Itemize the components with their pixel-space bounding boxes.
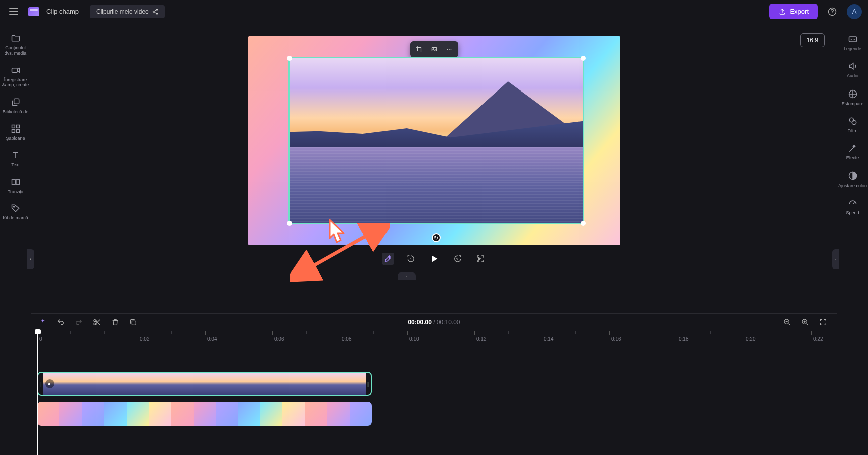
sparkle-icon — [39, 318, 47, 326]
fullscreen-button[interactable] — [474, 253, 487, 265]
timeline-ruler[interactable]: 00:020:040:060:080:100:120:140:160:180:2… — [31, 331, 837, 344]
zoom-out-button[interactable] — [782, 317, 793, 328]
image-icon — [431, 46, 438, 53]
resize-handle-tl[interactable] — [287, 56, 292, 61]
scissors-icon — [93, 318, 101, 326]
folder-icon — [11, 33, 21, 43]
grid-icon — [11, 124, 21, 134]
sidebar-item-text[interactable]: Text — [2, 146, 30, 172]
sidebar-item-library[interactable]: Bibliotecă de — [2, 93, 30, 119]
time-display: 00:00.00 / 00:10.00 — [408, 319, 460, 326]
chevron-down-icon — [404, 274, 409, 278]
filters-icon — [848, 116, 858, 126]
timeline-tracks[interactable] — [31, 344, 837, 455]
fit-button[interactable] — [427, 43, 441, 55]
forward-button[interactable]: 5 — [451, 253, 463, 265]
svg-rect-6 — [12, 125, 15, 128]
menu-button[interactable] — [6, 5, 21, 18]
svg-rect-4 — [12, 68, 17, 72]
aspect-ratio-button[interactable]: 16:9 — [800, 33, 825, 47]
help-button[interactable] — [825, 4, 840, 19]
rightbar-item-audio[interactable]: Audio — [838, 57, 867, 82]
ruler-tick-label: 0 — [39, 336, 42, 342]
project-title-input[interactable]: Clipurile mele video — [90, 5, 165, 18]
rightbar-item-effects[interactable]: Efecte — [838, 139, 867, 164]
more-options-button[interactable] — [442, 43, 456, 55]
resize-handle-br[interactable] — [581, 221, 586, 226]
duplicate-button[interactable] — [128, 317, 139, 328]
sidebar-item-transitions[interactable]: Tranziții — [2, 173, 30, 199]
timeline-clip-background[interactable] — [37, 402, 372, 426]
export-button[interactable]: Export — [769, 4, 818, 19]
sidebar-item-record[interactable]: Înregistrare &amp; create — [2, 61, 30, 93]
svg-point-28 — [849, 118, 853, 122]
ruler-tick-label: 0:22 — [813, 336, 823, 342]
fullscreen-icon — [476, 254, 485, 263]
play-button[interactable] — [428, 253, 440, 265]
resize-handle-tr[interactable] — [581, 56, 586, 61]
ruler-tick-label: 0:04 — [207, 336, 217, 342]
text-icon — [11, 150, 21, 160]
undo-button[interactable] — [55, 317, 66, 328]
play-icon — [429, 253, 440, 264]
rewind-icon: 5 — [407, 254, 416, 263]
video-stage[interactable]: ↻ — [248, 36, 620, 245]
timeline-clip-video[interactable] — [37, 372, 372, 396]
ruler-tick-label: 0:10 — [409, 336, 419, 342]
captions-icon — [848, 34, 858, 44]
crop-button[interactable] — [412, 43, 426, 55]
split-button[interactable] — [91, 317, 103, 328]
left-sidebar: Conținutul dvs. media Înregistrare &amp;… — [0, 23, 31, 455]
sidebar-item-media[interactable]: Conținutul dvs. media — [2, 29, 30, 60]
svg-point-16 — [449, 49, 450, 50]
selected-clip-frame[interactable]: ↻ — [288, 57, 584, 224]
zoom-in-button[interactable] — [800, 317, 811, 328]
clip-float-toolbar — [410, 41, 458, 57]
rotate-handle[interactable]: ↻ — [432, 233, 441, 242]
playhead[interactable] — [37, 331, 38, 455]
svg-rect-10 — [12, 179, 15, 184]
sidebar-item-brandkit[interactable]: Kit de marcă — [2, 199, 30, 225]
top-bar: Clip champ Clipurile mele video Export A — [0, 0, 868, 23]
rightbar-item-speed[interactable]: Speed — [838, 194, 867, 219]
redo-button[interactable] — [73, 317, 84, 328]
user-avatar[interactable]: A — [847, 4, 862, 19]
more-icon — [446, 46, 453, 53]
svg-rect-9 — [16, 130, 19, 133]
svg-point-12 — [13, 206, 15, 208]
sidebar-item-templates[interactable]: Șabloane — [2, 120, 30, 145]
rightbar-item-blur[interactable]: Estompare — [838, 85, 867, 110]
svg-point-29 — [852, 120, 856, 124]
ruler-tick-label: 0:12 — [476, 336, 486, 342]
upload-icon — [779, 8, 786, 15]
auto-cut-button[interactable] — [37, 317, 48, 328]
ruler-tick-label: 0:18 — [679, 336, 688, 342]
clip-trim-left[interactable] — [38, 373, 43, 395]
redo-icon — [75, 318, 83, 326]
rightbar-item-filters[interactable]: Filtre — [838, 112, 867, 137]
delete-button[interactable] — [110, 317, 121, 328]
rightbar-item-captions[interactable]: Legende — [838, 30, 867, 55]
rightbar-item-color[interactable]: Ajustare culori — [838, 167, 867, 192]
project-title-text: Clipurile mele video — [96, 8, 149, 15]
ruler-tick-label: 0:02 — [140, 336, 149, 342]
trash-icon — [111, 318, 119, 326]
timeline-toolbar: 00:00.00 / 00:10.00 — [31, 313, 837, 331]
clip-trim-right[interactable] — [366, 373, 371, 395]
rewind-button[interactable]: 5 — [405, 253, 417, 265]
library-icon — [11, 97, 21, 107]
svg-rect-11 — [16, 179, 19, 184]
timeline-collapse-button[interactable] — [398, 272, 416, 280]
svg-point-17 — [450, 49, 451, 50]
clip-image — [290, 58, 583, 223]
svg-point-22 — [94, 323, 96, 325]
crop-icon — [416, 46, 423, 53]
clip-audio-icon[interactable] — [45, 379, 54, 388]
svg-point-0 — [156, 9, 157, 10]
right-panel-expand-button[interactable] — [832, 249, 839, 269]
ruler-tick-label: 0:16 — [611, 336, 621, 342]
zoom-fit-button[interactable] — [818, 317, 829, 328]
svg-rect-7 — [16, 125, 19, 128]
svg-point-1 — [153, 11, 154, 12]
center-panel: 16:9 — [31, 23, 837, 455]
